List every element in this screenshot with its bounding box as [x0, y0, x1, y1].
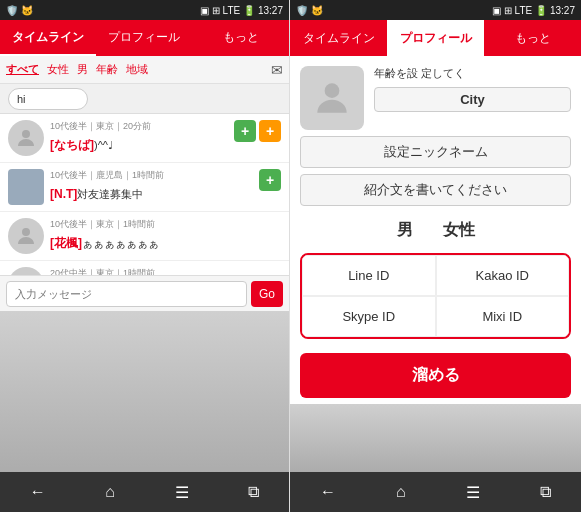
nickname-button[interactable]: 設定ニックネーム: [300, 136, 571, 168]
filter-all[interactable]: すべて: [6, 62, 39, 77]
right-bottom-nav: ← ⌂ ☰ ⧉: [290, 472, 581, 512]
skype-id-button[interactable]: Skype ID: [302, 296, 436, 337]
filter-age[interactable]: 年齢: [96, 62, 118, 77]
left-app-icon: 🛡️: [6, 5, 18, 16]
right-home-icon[interactable]: ⌂: [396, 483, 406, 501]
right-status-bar: 🛡️ 🐱 ▣ ⊞ LTE 🔋 13:27: [290, 0, 581, 20]
avatar: [8, 267, 44, 275]
svg-point-1: [22, 228, 30, 236]
right-time: 13:27: [550, 5, 575, 16]
filter-region[interactable]: 地域: [126, 62, 148, 77]
search-bar: [0, 84, 289, 114]
right-menu-icon[interactable]: ☰: [466, 483, 480, 502]
kakao-id-button[interactable]: Kakao ID: [436, 255, 570, 296]
gender-female-label: 女性: [443, 220, 475, 241]
left-tab-more[interactable]: もっと: [193, 20, 289, 56]
feed-content: 20代中半｜東京｜1時間前 [飛田]楽しい間: [50, 267, 281, 275]
back-icon[interactable]: ←: [30, 483, 46, 501]
right-back-icon[interactable]: ←: [320, 483, 336, 501]
status-bar-right: ▣ ⊞ LTE 🔋 13:27: [200, 5, 283, 16]
go-button[interactable]: Go: [251, 281, 283, 307]
add-friend-button[interactable]: +: [259, 169, 281, 191]
svg-point-4: [325, 83, 340, 98]
feed-actions: +: [259, 169, 281, 191]
table-row: 20代中半｜東京｜1時間前 [飛田]楽しい間: [0, 261, 289, 275]
left-panel: 🛡️ 🐱 ▣ ⊞ LTE 🔋 13:27 タイムライン プロフィール もっと す…: [0, 0, 290, 512]
mail-icon[interactable]: ✉: [271, 62, 283, 78]
social-id-grid: Line ID Kakao ID Skype ID Mixi ID: [302, 255, 569, 337]
feed-content: 10代後半｜鹿児島｜1時間前 [N.T]対友達募集中: [50, 169, 253, 202]
right-app-icon: 🛡️: [296, 5, 308, 16]
feed-list: 10代後半｜東京｜20分前 [なちば])^^♩ + + 10代後半｜鹿児島｜1時…: [0, 114, 289, 275]
right-windows-icon[interactable]: ⧉: [540, 483, 551, 501]
feed-meta: 10代後半｜東京｜1時間前: [50, 218, 281, 231]
add-friend-button[interactable]: +: [234, 120, 256, 142]
avatar: [8, 120, 44, 156]
right-tab-bar: タイムライン プロフィール もっと: [290, 20, 581, 56]
left-status-bar: 🛡️ 🐱 ▣ ⊞ LTE 🔋 13:27: [0, 0, 289, 20]
feed-meta: 10代後半｜東京｜20分前: [50, 120, 228, 133]
feed-message: )^^♩: [94, 139, 113, 151]
search-input[interactable]: [8, 88, 88, 110]
profile-header: 年齢を設 定してく City: [290, 56, 581, 136]
right-status-left: 🛡️ 🐱: [296, 5, 323, 16]
right-tab-more[interactable]: もっと: [484, 20, 581, 56]
left-status-icons: ▣ ⊞ LTE 🔋: [200, 5, 255, 16]
feed-name[interactable]: [なちば]: [50, 138, 94, 152]
age-set-text: 年齢を設 定してく: [374, 66, 571, 81]
filter-female[interactable]: 女性: [47, 62, 69, 77]
gender-male-label: 男: [397, 220, 413, 241]
gender-row: 男 女性: [290, 216, 581, 245]
intro-button[interactable]: 紹介文を書いてください: [300, 174, 571, 206]
table-row: 10代後半｜東京｜1時間前 [花楓]ぁぁぁぁぁぁぁ: [0, 212, 289, 261]
collect-button[interactable]: 溜める: [300, 353, 571, 398]
profile-avatar: [300, 66, 364, 130]
avatar: [8, 169, 44, 205]
nickname-row: 設定ニックネーム: [290, 136, 581, 174]
feed-name[interactable]: [花楓]: [50, 236, 82, 250]
add-bookmark-button[interactable]: +: [259, 120, 281, 142]
menu-icon[interactable]: ☰: [175, 483, 189, 502]
home-icon[interactable]: ⌂: [105, 483, 115, 501]
feed-name[interactable]: [N.T]: [50, 187, 77, 201]
line-id-button[interactable]: Line ID: [302, 255, 436, 296]
intro-row: 紹介文を書いてください: [290, 174, 581, 216]
filter-male[interactable]: 男: [77, 62, 88, 77]
status-bar-left-icons: 🛡️ 🐱: [6, 5, 33, 16]
left-blurred-strip: [0, 311, 289, 472]
right-cat-icon: 🐱: [311, 5, 323, 16]
message-input-bar: Go: [0, 275, 289, 311]
feed-actions: + +: [234, 120, 281, 142]
feed-content: 10代後半｜東京｜20分前 [なちば])^^♩: [50, 120, 228, 154]
city-badge[interactable]: City: [374, 87, 571, 112]
right-status-icons: ▣ ⊞ LTE 🔋: [492, 5, 547, 16]
table-row: 10代後半｜鹿児島｜1時間前 [N.T]対友達募集中 +: [0, 163, 289, 212]
feed-content: 10代後半｜東京｜1時間前 [花楓]ぁぁぁぁぁぁぁ: [50, 218, 281, 252]
right-panel: 🛡️ 🐱 ▣ ⊞ LTE 🔋 13:27 タイムライン プロフィール もっと 年…: [290, 0, 581, 512]
right-tab-timeline[interactable]: タイムライン: [290, 20, 387, 56]
right-tab-profile[interactable]: プロフィール: [387, 20, 484, 56]
avatar: [8, 218, 44, 254]
left-cat-icon: 🐱: [21, 5, 33, 16]
social-id-grid-wrapper: Line ID Kakao ID Skype ID Mixi ID: [300, 253, 571, 339]
profile-info: 年齢を設 定してく City: [374, 66, 571, 112]
feed-message: ぁぁぁぁぁぁぁ: [82, 237, 159, 249]
windows-icon[interactable]: ⧉: [248, 483, 259, 501]
left-tab-profile[interactable]: プロフィール: [96, 20, 192, 56]
filter-bar: すべて 女性 男 年齢 地域 ✉: [0, 56, 289, 84]
left-tab-bar: タイムライン プロフィール もっと: [0, 20, 289, 56]
right-blurred-strip: [290, 404, 581, 472]
table-row: 10代後半｜東京｜20分前 [なちば])^^♩ + +: [0, 114, 289, 163]
message-input[interactable]: [6, 281, 247, 307]
svg-point-0: [22, 130, 30, 138]
feed-meta: 20代中半｜東京｜1時間前: [50, 267, 281, 275]
mixi-id-button[interactable]: Mixi ID: [436, 296, 570, 337]
feed-meta: 10代後半｜鹿児島｜1時間前: [50, 169, 253, 182]
left-time: 13:27: [258, 5, 283, 16]
feed-message: 対友達募集中: [77, 188, 143, 200]
right-status-right: ▣ ⊞ LTE 🔋 13:27: [492, 5, 575, 16]
left-bottom-nav: ← ⌂ ☰ ⧉: [0, 472, 289, 512]
left-tab-timeline[interactable]: タイムライン: [0, 20, 96, 56]
